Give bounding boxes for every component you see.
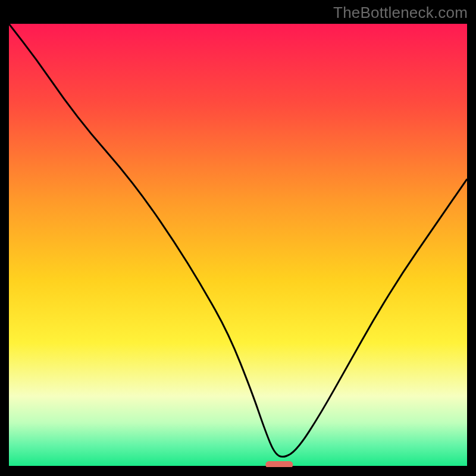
chart-frame <box>9 24 467 467</box>
gradient-background <box>9 24 467 467</box>
floor-line <box>9 466 467 467</box>
watermark-text: TheBottleneck.com <box>333 4 468 22</box>
optimal-marker <box>265 461 293 467</box>
bottleneck-chart <box>9 24 467 467</box>
